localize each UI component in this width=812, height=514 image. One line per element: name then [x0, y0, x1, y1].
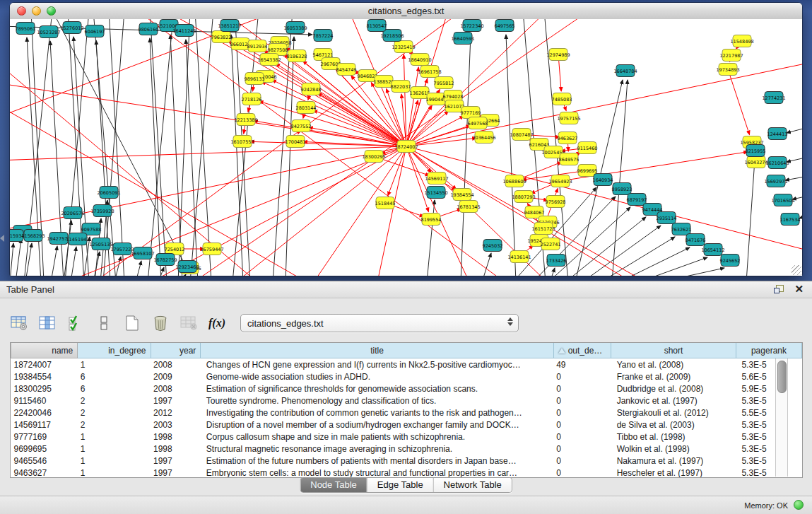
table-cell[interactable]: 0 — [553, 395, 611, 407]
table-cell[interactable]: 49 — [553, 358, 611, 371]
network-node[interactable]: 1518445 — [375, 197, 396, 209]
table-cell[interactable]: 5.3E-5 — [736, 455, 801, 467]
network-node[interactable]: 12923468 — [175, 261, 199, 273]
table-row[interactable]: 969969511998Structural magnetic resonanc… — [11, 443, 802, 455]
network-node[interactable]: 1167534 — [780, 214, 801, 226]
delete-table-button-disabled[interactable] — [180, 315, 198, 332]
table-cell[interactable]: 6 — [78, 370, 151, 382]
table-cell[interactable]: 9463627 — [11, 467, 78, 478]
table-cell[interactable]: 2 — [78, 395, 151, 407]
network-node[interactable]: 15134550 — [424, 187, 447, 199]
network-node[interactable]: 16210643 — [765, 157, 789, 169]
network-node[interactable]: 6497565 — [495, 20, 515, 32]
table-cell[interactable]: 14569117 — [11, 419, 78, 431]
table-cell[interactable]: Changes of HCN gene expression and I(f) … — [201, 358, 553, 371]
table-row[interactable]: 946554611997Estimation of the future num… — [11, 455, 802, 467]
select-column-button[interactable] — [38, 315, 57, 332]
network-node[interactable]: 9245652 — [720, 255, 741, 267]
table-cell[interactable]: 5.3E-5 — [736, 467, 801, 478]
table-cell[interactable]: 1997 — [151, 395, 201, 407]
network-node[interactable]: 7895061 — [16, 23, 36, 35]
network-node[interactable]: 6046197 — [85, 25, 105, 37]
network-node[interactable]: 2803144 — [296, 102, 317, 114]
network-node[interactable]: 6497568 — [468, 117, 488, 129]
float-panel-icon[interactable] — [774, 285, 784, 294]
network-node[interactable]: 2718126 — [242, 93, 262, 105]
network-node[interactable]: 19654923 — [548, 175, 572, 187]
table-cell[interactable]: 0 — [553, 431, 611, 443]
table-cell[interactable]: 2008 — [151, 382, 201, 395]
network-node[interactable]: 9242848 — [301, 83, 322, 95]
network-node[interactable]: 1700481 — [286, 136, 306, 148]
table-cell[interactable]: Jankovic et al. (1997) — [611, 395, 736, 407]
table-cell[interactable]: 1997 — [151, 455, 201, 467]
network-node[interactable]: 18724007 — [394, 141, 418, 153]
table-cell[interactable]: Stergiakouli et al. (2012) — [611, 407, 736, 419]
table-cell[interactable]: Tibbo et al. (1998) — [611, 431, 736, 443]
table-cell[interactable]: 18300295 — [11, 382, 78, 395]
table-row[interactable]: 1456911722003Disruption of a novel membe… — [11, 419, 802, 431]
network-node[interactable]: 20605091 — [97, 187, 120, 199]
table-cell[interactable]: Tourette syndrome. Phenomenology and cla… — [201, 395, 553, 407]
window-resize-grip[interactable] — [792, 265, 801, 275]
table-cell[interactable]: 5.6E-5 — [736, 370, 801, 382]
table-cell[interactable]: 1997 — [151, 467, 201, 478]
column-header-short[interactable]: short — [611, 343, 736, 358]
network-node[interactable]: 16961758 — [418, 66, 441, 78]
network-node[interactable]: 8130547 — [367, 20, 387, 32]
table-cell[interactable]: 6 — [78, 382, 151, 395]
network-node[interactable]: 15692971 — [764, 175, 787, 187]
network-node[interactable]: 9115460 — [577, 142, 598, 154]
network-node[interactable]: 16782759 — [153, 254, 177, 266]
table-cell[interactable]: 0 — [553, 370, 611, 382]
network-node[interactable]: 19757155 — [557, 112, 580, 124]
network-node[interactable]: 7963822 — [211, 31, 232, 43]
table-row[interactable]: 1872400712008Changes of HCN gene express… — [11, 358, 802, 371]
network-window-titlebar[interactable]: citations_edges.txt — [10, 3, 802, 20]
table-row[interactable]: 977716911998Corpus callosum shape and si… — [11, 431, 802, 443]
network-node[interactable]: 15722340 — [460, 20, 483, 32]
table-cell[interactable]: de Silva et al. (2003) — [611, 419, 736, 431]
table-cell[interactable]: 5.3E-5 — [736, 419, 801, 431]
table-cell[interactable]: Disruption of a novel member of a sodium… — [201, 419, 553, 431]
table-row[interactable]: 2242004622012Investigating the contribut… — [11, 407, 802, 419]
network-node[interactable]: 7632621 — [671, 223, 692, 235]
table-cell[interactable]: 2003 — [151, 419, 201, 431]
network-node[interactable]: 11548498 — [730, 35, 753, 47]
table-cell[interactable]: 1998 — [151, 443, 201, 455]
table-cell[interactable]: 2 — [78, 419, 151, 431]
network-node[interactable]: 18640910 — [408, 54, 431, 66]
network-node[interactable]: 8912934 — [247, 40, 268, 52]
network-node[interactable]: 16411245 — [172, 25, 196, 37]
row-height-button[interactable] — [95, 315, 113, 332]
network-node[interactable]: 15276012 — [60, 22, 83, 34]
network-node[interactable]: 17359928 — [90, 205, 114, 217]
table-cell[interactable]: Genome-wide association studies in ADHD. — [201, 370, 553, 382]
network-node[interactable]: 19384554 — [450, 189, 473, 201]
table-mode-button[interactable] — [10, 315, 28, 332]
table-cell[interactable]: 0 — [553, 443, 611, 455]
table-cell[interactable]: 22420046 — [11, 407, 78, 419]
network-node[interactable]: 11451942 — [66, 233, 89, 245]
network-node[interactable]: 17016504 — [771, 194, 794, 206]
network-node[interactable]: 12325419 — [392, 41, 415, 53]
network-node[interactable]: 18807293 — [512, 191, 535, 203]
network-node[interactable]: 16759447 — [200, 243, 223, 255]
network-node[interactable]: 14569117 — [425, 173, 448, 185]
table-cell[interactable]: 1 — [78, 443, 151, 455]
network-node[interactable]: 8471676 — [686, 234, 706, 246]
network-node[interactable]: 6879197 — [627, 194, 647, 206]
network-node[interactable]: 8427552 — [291, 120, 312, 132]
network-node[interactable]: 12213389 — [234, 114, 257, 126]
network-node[interactable]: 8822037 — [391, 81, 411, 93]
table-row[interactable]: 911546021997Tourette syndrome. Phenomeno… — [11, 395, 802, 407]
network-node[interactable]: 13851217 — [218, 20, 241, 32]
network-node[interactable]: 10654112 — [701, 244, 724, 256]
network-node[interactable]: 16640591 — [451, 33, 474, 45]
network-svg[interactable]: 1872400779638228660128891293423226058982… — [10, 19, 802, 276]
network-node[interactable]: 9463627 — [558, 132, 578, 144]
column-header-name[interactable]: name — [11, 343, 78, 358]
table-cell[interactable]: Structural magnetic resonance image aver… — [201, 443, 553, 455]
network-node[interactable]: 11568293 — [21, 230, 45, 242]
network-node[interactable]: 7485083 — [552, 93, 572, 105]
